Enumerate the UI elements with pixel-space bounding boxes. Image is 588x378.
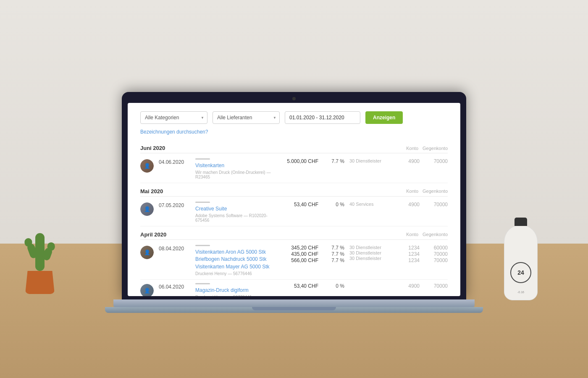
- avatar: 👤: [140, 284, 154, 296]
- account-value: 1234: [401, 257, 420, 263]
- konto-col-header: Konto: [389, 189, 418, 194]
- account-value: 4900: [401, 283, 420, 289]
- transaction-accounts: 4900: [401, 158, 420, 164]
- tax-value: 0 %: [323, 202, 344, 207]
- category-value: 30 Dienstleister: [349, 256, 396, 261]
- transaction-subtitle: Druckerei Henny — 56776441: [195, 295, 276, 296]
- month-title: April 2020: [140, 231, 166, 238]
- account-value: 4900: [401, 158, 420, 164]
- transaction-date: 08.04.2020: [159, 245, 190, 252]
- column-headers: KontoGegenkonto: [389, 146, 448, 151]
- anzeigen-button[interactable]: Anzeigen: [365, 111, 403, 124]
- transaction-accounts: 4900: [401, 283, 420, 289]
- account-value: 1234: [401, 245, 420, 251]
- amount-value: 566,00 CHF: [281, 257, 318, 263]
- cactus-decoration: [25, 233, 55, 294]
- transaction-taxes: 7.7 %: [323, 158, 344, 164]
- transaction-amounts: 53,40 CHF: [281, 283, 318, 289]
- transaction-item-link[interactable]: Magazin-Druck digiform: [195, 287, 276, 294]
- counter-value: 70000: [425, 202, 448, 207]
- laptop: Alle Kategorien Alle Lieferanten Anzeige…: [105, 92, 483, 313]
- kategorie-select[interactable]: Alle Kategorien: [140, 111, 207, 124]
- transaction-row: 👤06.04.2020Magazin-Druck digiformDrucker…: [140, 280, 448, 296]
- color-bar: [195, 158, 210, 160]
- cactus-arm-right: [42, 247, 53, 261]
- month-header: Juni 2020KontoGegenkonto: [140, 142, 448, 153]
- transaction-accounts: 4900: [401, 202, 420, 207]
- transaction-date: 04.06.2020: [159, 158, 190, 165]
- laptop-base: [113, 299, 475, 307]
- tax-value: 0 %: [323, 283, 344, 289]
- transaction-categories: 40 Services: [349, 202, 396, 207]
- transaction-subtitle: Wir machen Druck (Online-Druckerei) — R2…: [195, 170, 276, 179]
- transaction-item-link[interactable]: Visitenkarten Mayer AG 5000 Stk: [195, 263, 276, 270]
- cactus-body: [35, 233, 45, 271]
- transaction-details: VisitenkartenWir machen Druck (Online-Dr…: [195, 158, 276, 179]
- transaction-details: Creative SuiteAdobe Systems Software — R…: [195, 202, 276, 223]
- search-link[interactable]: Bezeichnungen durchsuchen?: [140, 129, 448, 135]
- transaction-row: 👤08.04.2020Visitenkarten Aron AG 5000 St…: [140, 242, 448, 280]
- column-headers: KontoGegenkonto: [389, 232, 448, 237]
- avatar: 👤: [140, 246, 154, 259]
- app-content: Alle Kategorien Alle Lieferanten Anzeige…: [128, 103, 460, 296]
- month-title: Mai 2020: [140, 188, 163, 194]
- konto-col-header: Konto: [389, 146, 418, 151]
- transaction-item-link[interactable]: Briefbogen Nachdruck 5000 Stk: [195, 256, 276, 263]
- month-header: April 2020KontoGegenkonto: [140, 228, 448, 240]
- account-value: 4900: [401, 202, 420, 207]
- category-value: 40 Services: [349, 202, 396, 207]
- transactions-container: Juni 2020KontoGegenkonto👤04.06.2020Visit…: [140, 142, 448, 296]
- bottle-text: -0.16: [517, 291, 524, 294]
- tax-value: 7.7 %: [323, 245, 344, 251]
- gegenkonto-col-header: Gegenkonto: [418, 189, 448, 194]
- transaction-row: 👤07.05.2020Creative SuiteAdobe Systems S…: [140, 198, 448, 226]
- category-value: 30 Dienstleister: [349, 245, 396, 250]
- transaction-details: Magazin-Druck digiformDruckerei Henny — …: [195, 283, 276, 296]
- transaction-date: 07.05.2020: [159, 202, 190, 208]
- transaction-item-link[interactable]: Visitenkarten Aron AG 5000 Stk: [195, 249, 276, 256]
- transaction-subtitle: Adobe Systems Software — R102020-675456: [195, 213, 276, 223]
- bottle-label: 24: [510, 262, 531, 283]
- transaction-item-link[interactable]: Creative Suite: [195, 205, 276, 213]
- category-value: 30 Dienstleister: [349, 250, 396, 255]
- section-juni2020: Juni 2020KontoGegenkonto👤04.06.2020Visit…: [140, 142, 448, 183]
- color-bar: [195, 283, 210, 284]
- transaction-item-link[interactable]: Visitenkarten: [195, 162, 276, 169]
- laptop-camera: [292, 97, 296, 100]
- transaction-items: Creative Suite: [195, 205, 276, 213]
- counter-value: 70000: [425, 257, 448, 263]
- transaction-counters: 70000: [425, 202, 448, 207]
- transaction-date: 06.04.2020: [159, 283, 190, 290]
- column-headers: KontoGegenkonto: [389, 189, 448, 194]
- counter-value: 70000: [425, 251, 448, 257]
- transaction-items: Visitenkarten: [195, 162, 276, 169]
- gegenkonto-col-header: Gegenkonto: [418, 146, 448, 151]
- lieferanten-select[interactable]: Alle Lieferanten: [213, 111, 280, 124]
- tax-value: 7.7 %: [323, 251, 344, 257]
- bottle-cap: [514, 218, 527, 226]
- transaction-amounts: 5.000,00 CHF: [281, 158, 318, 164]
- lieferanten-select-wrapper[interactable]: Alle Lieferanten: [213, 111, 280, 124]
- color-bar: [195, 202, 210, 203]
- category-value: 30 Dienstleister: [349, 158, 396, 163]
- tax-value: 7.7 %: [323, 158, 344, 164]
- avatar-image: 👤: [140, 159, 154, 173]
- date-range-input[interactable]: [285, 111, 360, 124]
- counter-value: 70000: [425, 158, 448, 164]
- avatar-image: 👤: [140, 246, 154, 259]
- transaction-counters: 70000: [425, 158, 448, 164]
- filter-bar: Alle Kategorien Alle Lieferanten Anzeige…: [140, 111, 448, 124]
- transaction-categories: 30 Dienstleister30 Dienstleister30 Diens…: [349, 245, 396, 261]
- laptop-screen-outer: Alle Kategorien Alle Lieferanten Anzeige…: [122, 92, 466, 299]
- avatar-image: 👤: [140, 284, 154, 296]
- month-header: Mai 2020KontoGegenkonto: [140, 185, 448, 197]
- avatar: 👤: [140, 202, 154, 216]
- transaction-amounts: 53,40 CHF: [281, 202, 318, 207]
- transaction-subtitle: Druckerei Henny — 56776446: [195, 271, 276, 276]
- amount-value: 5.000,00 CHF: [281, 158, 318, 164]
- water-bottle: 24 -0.16: [504, 225, 538, 300]
- amount-value: 53,40 CHF: [281, 202, 318, 207]
- kategorie-select-wrapper[interactable]: Alle Kategorien: [140, 111, 207, 124]
- transaction-categories: 30 Dienstleister: [349, 158, 396, 163]
- gegenkonto-col-header: Gegenkonto: [418, 232, 448, 237]
